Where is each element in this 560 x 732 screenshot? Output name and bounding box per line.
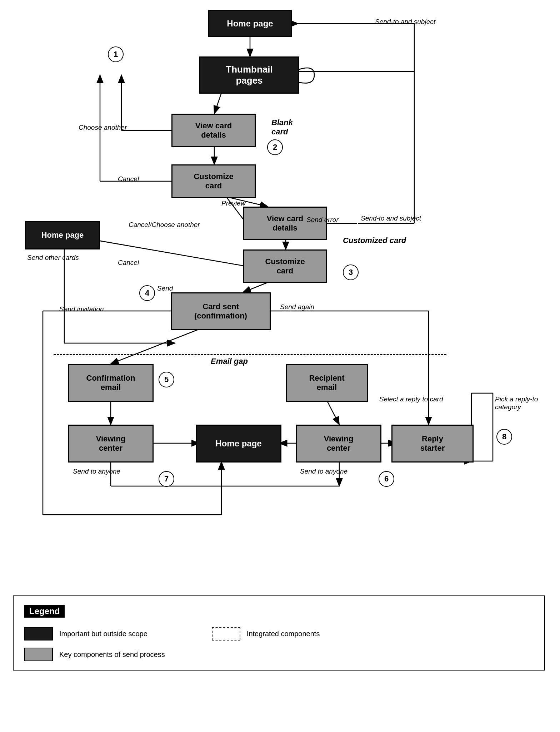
svg-line-6: [214, 93, 221, 114]
node-thumbnail-pages: Thumbnail pages: [199, 56, 299, 94]
email-gap-label: Email gap: [211, 357, 248, 366]
reply-starter-label: Replystarter: [420, 434, 445, 453]
legend-box-black: [24, 627, 53, 640]
node-view-card-details-1: View carddetails: [171, 114, 256, 147]
legend-box-gray: [24, 648, 53, 661]
circle-1-label: 1: [114, 50, 118, 59]
legend-item-black: Important but outside scope: [24, 627, 148, 640]
card-sent-label: Card sent(confirmation): [194, 302, 247, 321]
circle-2-label: 2: [273, 143, 277, 152]
legend-label-gray: Key components of send process: [59, 651, 165, 659]
circle-4: 4: [139, 285, 155, 301]
circle-2: 2: [267, 139, 283, 155]
circle-7-label: 7: [164, 474, 169, 484]
send-again-label: Send again: [280, 303, 314, 311]
home-page-top-label: Home page: [227, 19, 273, 29]
choose-another-label: Choose another: [79, 124, 127, 132]
node-viewing-center-right: Viewingcenter: [296, 425, 381, 463]
preview-label: Preview: [221, 199, 246, 207]
send-error-label: Send error: [306, 216, 339, 224]
customized-card-label: Customized card: [343, 236, 406, 245]
recipient-email-label: Recipientemail: [309, 374, 344, 392]
send-other-cards-label: Send other cards: [27, 254, 79, 262]
svg-line-10: [243, 282, 268, 292]
select-reply-label: Select a reply to card: [379, 395, 443, 403]
circle-7: 7: [159, 471, 174, 487]
circle-6-label: 6: [384, 474, 389, 484]
view-card-details-1-label: View carddetails: [195, 121, 232, 140]
send-to-subject-top-label: Send-to and subject: [375, 18, 435, 26]
viewing-center-right-label: Viewingcenter: [324, 434, 354, 453]
legend-title: Legend: [24, 605, 65, 618]
circle-8-label: 8: [502, 432, 506, 441]
node-home-page-top: Home page: [208, 10, 292, 37]
svg-line-25: [111, 329, 200, 364]
svg-line-29: [327, 400, 339, 425]
email-gap-line: [54, 354, 446, 355]
thumbnail-pages-label: Thumbnail pages: [226, 64, 272, 86]
viewing-center-left-label: Viewingcenter: [96, 434, 126, 453]
legend-label-dashed: Integrated components: [247, 630, 320, 638]
send-invitation-label: Send invitation: [59, 305, 104, 313]
circle-8: 8: [496, 429, 512, 445]
home-page-left-label: Home page: [41, 231, 84, 240]
node-recipient-email: Recipientemail: [286, 364, 368, 402]
cancel-1-label: Cancel: [118, 175, 139, 183]
view-card-details-2-label: View carddetails: [267, 214, 303, 233]
customize-card-2-label: Customizecard: [265, 257, 305, 276]
node-home-page-left: Home page: [25, 221, 100, 249]
cancel-choose-label: Cancel/Choose another: [129, 221, 200, 229]
legend-row-2: Key components of send process: [24, 648, 534, 661]
legend-row-1: Important but outside scope Integrated c…: [24, 627, 534, 640]
send-label: Send: [157, 285, 173, 292]
legend-box-dashed: [212, 627, 240, 640]
circle-3: 3: [343, 264, 359, 280]
customize-card-1-label: Customizecard: [194, 172, 233, 191]
node-viewing-center-left: Viewingcenter: [68, 425, 154, 463]
blank-card-label: Blank card: [271, 118, 293, 137]
circle-5-label: 5: [164, 375, 169, 384]
node-customize-card-2: Customizecard: [243, 249, 327, 283]
send-to-anyone-left-label: Send to anyone: [73, 468, 120, 475]
confirmation-email-label: Confirmationemail: [86, 374, 135, 392]
legend-item-dashed: Integrated components: [212, 627, 320, 640]
node-confirmation-email: Confirmationemail: [68, 364, 154, 402]
arrows-svg: [0, 0, 560, 679]
circle-4-label: 4: [145, 288, 149, 298]
home-page-bottom-label: Home page: [215, 439, 261, 449]
circle-3-label: 3: [349, 268, 353, 277]
circle-1: 1: [108, 46, 124, 62]
legend-item-gray: Key components of send process: [24, 648, 165, 661]
node-home-page-bottom: Home page: [196, 425, 281, 463]
circle-6: 6: [379, 471, 394, 487]
legend: Legend Important but outside scope Integ…: [13, 595, 545, 671]
node-reply-starter: Replystarter: [391, 425, 474, 463]
node-card-sent: Card sent(confirmation): [171, 292, 271, 330]
send-to-anyone-right-label: Send to anyone: [300, 468, 348, 475]
node-customize-card-1: Customizecard: [171, 164, 256, 198]
send-to-subject-2-label: Send-to and subject: [361, 214, 421, 222]
legend-label-black: Important but outside scope: [59, 630, 148, 638]
cancel-2-label: Cancel: [118, 259, 139, 267]
circle-5: 5: [159, 372, 174, 387]
diagram-container: Home page 1 Send-to and subject Thumbnai…: [0, 0, 560, 679]
pick-reply-label: Pick a reply-to category: [495, 395, 560, 411]
